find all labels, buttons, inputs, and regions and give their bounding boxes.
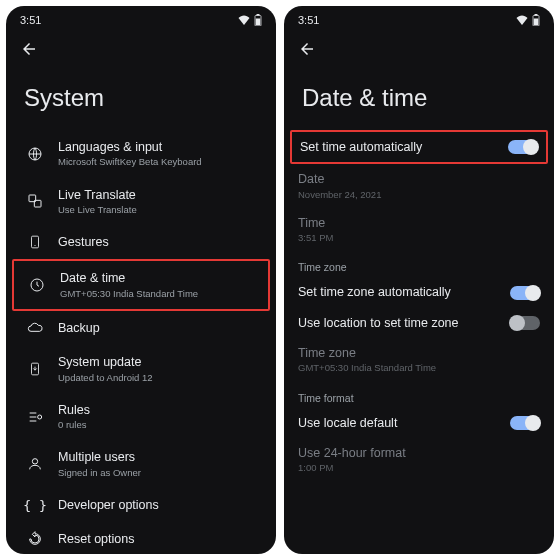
item-multiple-users[interactable]: Multiple usersSigned in as Owner <box>12 440 270 488</box>
status-icons <box>238 14 262 26</box>
phone-date-time-settings: 3:51 Date & time Set time automatically … <box>284 6 554 554</box>
row-label: Set time automatically <box>300 139 508 155</box>
item-backup[interactable]: Backup <box>12 311 270 345</box>
row-label: Use 24-hour format <box>298 445 540 461</box>
page-title: Date & time <box>284 58 554 130</box>
row-use-24-hour: Use 24-hour format1:00 PM <box>284 438 554 482</box>
item-live-translate[interactable]: Live TranslateUse Live Translate <box>12 178 270 226</box>
status-bar: 3:51 <box>284 6 554 26</box>
item-rules[interactable]: Rules0 rules <box>12 393 270 441</box>
item-date-time[interactable]: Date & timeGMT+05:30 India Standard Time <box>12 259 270 311</box>
item-label: Rules <box>58 402 260 418</box>
back-button[interactable] <box>284 26 554 58</box>
row-label: Use location to set time zone <box>298 315 510 331</box>
highlight-set-time-auto: Set time automatically <box>290 130 548 164</box>
reset-icon <box>22 531 48 547</box>
item-sub: Microsoft SwiftKey Beta Keyboard <box>58 156 260 168</box>
settings-list: Languages & inputMicrosoft SwiftKey Beta… <box>6 130 276 554</box>
arrow-left-icon <box>298 40 316 58</box>
item-languages-input[interactable]: Languages & inputMicrosoft SwiftKey Beta… <box>12 130 270 178</box>
phone-system-settings: 3:51 System Languages & inputMicrosoft S… <box>6 6 276 554</box>
item-label: Backup <box>58 320 260 336</box>
back-button[interactable] <box>6 26 276 58</box>
users-icon <box>22 456 48 472</box>
item-label: Multiple users <box>58 449 260 465</box>
svg-point-10 <box>38 415 42 419</box>
row-label: Time zone <box>298 345 540 361</box>
item-sub: 0 rules <box>58 419 260 431</box>
braces-icon: { } <box>22 498 48 513</box>
arrow-left-icon <box>20 40 38 58</box>
cloud-icon <box>22 321 48 335</box>
section-time-zone: Time zone <box>284 251 554 277</box>
status-bar: 3:51 <box>6 6 276 26</box>
item-system-update[interactable]: System updateUpdated to Android 12 <box>12 345 270 393</box>
svg-point-11 <box>32 459 37 464</box>
status-time: 3:51 <box>298 14 319 26</box>
row-value: 3:51 PM <box>298 232 540 244</box>
row-label: Date <box>298 171 540 187</box>
svg-rect-13 <box>535 14 538 16</box>
gesture-icon <box>22 234 48 250</box>
row-locale-default[interactable]: Use locale default <box>284 408 554 438</box>
item-label: Developer options <box>58 497 260 513</box>
svg-rect-2 <box>256 19 261 26</box>
page-title: System <box>6 58 276 130</box>
row-time: Time3:51 PM <box>284 208 554 252</box>
rules-icon <box>22 409 48 425</box>
item-sub: GMT+05:30 India Standard Time <box>60 288 258 300</box>
item-label: Reset options <box>58 531 260 547</box>
battery-icon <box>532 14 540 26</box>
item-sub: Use Live Translate <box>58 204 260 216</box>
item-sub: Signed in as Owner <box>58 467 260 479</box>
toggle-set-time-auto[interactable] <box>508 140 538 154</box>
item-reset-options[interactable]: Reset options <box>12 522 270 554</box>
item-label: System update <box>58 354 260 370</box>
globe-icon <box>22 146 48 162</box>
wifi-icon <box>238 15 250 25</box>
svg-point-7 <box>34 245 35 246</box>
translate-icon <box>22 193 48 209</box>
battery-icon <box>254 14 262 26</box>
clock-icon <box>24 277 50 293</box>
row-date: DateNovember 24, 2021 <box>284 164 554 208</box>
row-tz-auto[interactable]: Set time zone automatically <box>284 277 554 307</box>
status-icons <box>516 14 540 26</box>
row-label: Use locale default <box>298 415 510 431</box>
row-set-time-auto[interactable]: Set time automatically <box>292 132 546 162</box>
row-label: Set time zone automatically <box>298 284 510 300</box>
toggle-locale-default[interactable] <box>510 416 540 430</box>
item-developer-options[interactable]: { } Developer options <box>12 488 270 522</box>
wifi-icon <box>516 15 528 25</box>
svg-rect-14 <box>534 19 539 26</box>
item-gestures[interactable]: Gestures <box>12 225 270 259</box>
update-icon <box>22 361 48 377</box>
item-label: Date & time <box>60 270 258 286</box>
toggle-tz-location[interactable] <box>510 316 540 330</box>
row-value: November 24, 2021 <box>298 189 540 201</box>
toggle-tz-auto[interactable] <box>510 286 540 300</box>
row-time-zone: Time zoneGMT+05:30 India Standard Time <box>284 338 554 382</box>
row-value: 1:00 PM <box>298 462 540 474</box>
row-label: Time <box>298 215 540 231</box>
row-value: GMT+05:30 India Standard Time <box>298 362 540 374</box>
item-label: Live Translate <box>58 187 260 203</box>
item-label: Languages & input <box>58 139 260 155</box>
item-sub: Updated to Android 12 <box>58 372 260 384</box>
item-label: Gestures <box>58 234 260 250</box>
svg-rect-1 <box>257 14 260 16</box>
section-time-format: Time format <box>284 382 554 408</box>
row-tz-location[interactable]: Use location to set time zone <box>284 308 554 338</box>
status-time: 3:51 <box>20 14 41 26</box>
